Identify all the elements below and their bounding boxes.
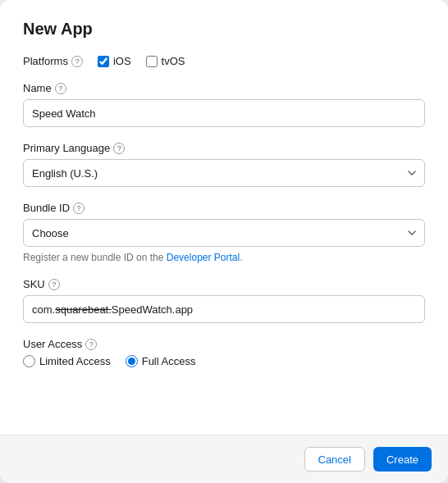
- bundle-id-help-icon[interactable]: ?: [73, 203, 85, 214]
- full-access-radio[interactable]: [126, 355, 138, 367]
- user-access-group: User Access ? Limited Access Full Access: [23, 338, 425, 367]
- bundle-id-helper: Register a new bundle ID on the Develope…: [23, 252, 425, 263]
- limited-access-radio-label[interactable]: Limited Access: [23, 355, 111, 367]
- ios-label: iOS: [113, 55, 131, 67]
- primary-language-label: Primary Language ?: [23, 142, 425, 154]
- ios-checkbox-label[interactable]: iOS: [98, 55, 131, 67]
- platforms-row: Platforms ? iOS tvOS: [23, 55, 425, 67]
- primary-language-help-icon[interactable]: ?: [113, 143, 125, 154]
- bundle-id-label: Bundle ID ?: [23, 202, 425, 214]
- platforms-label: Platforms ?: [23, 55, 83, 67]
- name-help-icon[interactable]: ?: [55, 83, 66, 94]
- primary-language-group: Primary Language ? English (U.S.) Englis…: [23, 142, 425, 187]
- sku-strikethrough: squarebeat.: [55, 303, 112, 316]
- sku-help-icon[interactable]: ?: [48, 279, 60, 290]
- primary-language-select[interactable]: English (U.S.) English (U.K.) Chinese (S…: [23, 159, 425, 187]
- tvos-checkbox-label[interactable]: tvOS: [146, 55, 185, 67]
- dialog-content: New App Platforms ? iOS tvOS: [0, 0, 448, 435]
- user-access-radio-group: Limited Access Full Access: [23, 355, 425, 367]
- developer-portal-link[interactable]: Developer Portal: [167, 252, 240, 263]
- full-access-radio-label[interactable]: Full Access: [126, 355, 196, 367]
- limited-access-label: Limited Access: [39, 355, 111, 367]
- create-button[interactable]: Create: [373, 447, 432, 472]
- limited-access-radio[interactable]: [23, 355, 35, 367]
- new-app-dialog: New App Platforms ? iOS tvOS: [0, 0, 448, 483]
- sku-label: SKU ?: [23, 278, 425, 290]
- platforms-help-icon[interactable]: ?: [71, 56, 83, 67]
- name-label: Name ?: [23, 82, 425, 94]
- sku-suffix: SpeedWatch.app: [112, 303, 193, 316]
- ios-checkbox[interactable]: [98, 56, 109, 67]
- bundle-id-group: Bundle ID ? Choose Register a new bundle…: [23, 202, 425, 263]
- full-access-label: Full Access: [142, 355, 196, 367]
- sku-display: com.squarebeat.SpeedWatch.app: [23, 295, 425, 323]
- bundle-id-select[interactable]: Choose: [23, 219, 425, 247]
- cancel-button[interactable]: Cancel: [304, 447, 365, 472]
- platforms-group: Platforms ? iOS tvOS: [23, 55, 425, 67]
- dialog-footer: Cancel Create: [0, 435, 448, 483]
- name-group: Name ?: [23, 82, 425, 127]
- user-access-help-icon[interactable]: ?: [85, 339, 97, 350]
- tvos-checkbox[interactable]: [146, 56, 158, 67]
- user-access-label: User Access ?: [23, 338, 425, 350]
- name-input[interactable]: [23, 99, 425, 127]
- dialog-title: New App: [23, 20, 425, 39]
- sku-prefix: com.: [32, 303, 55, 316]
- sku-group: SKU ? com.squarebeat.SpeedWatch.app: [23, 278, 425, 323]
- tvos-label: tvOS: [162, 55, 185, 67]
